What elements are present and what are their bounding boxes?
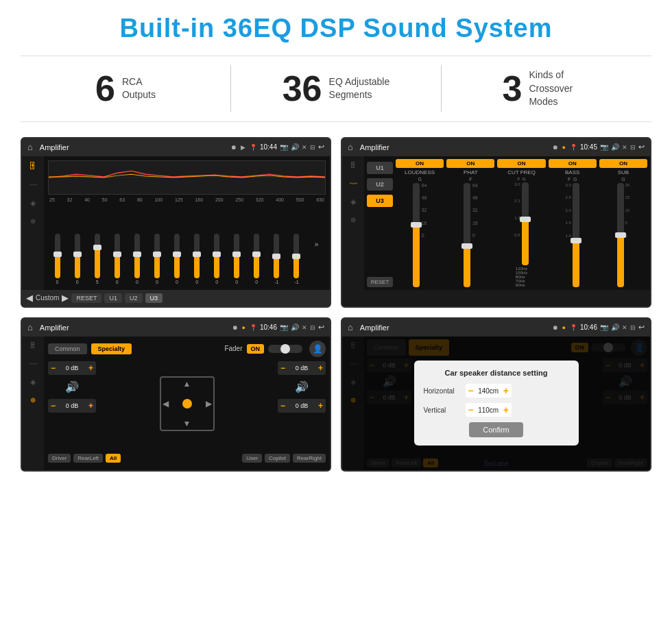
- sub-val-labels: 20151050: [625, 183, 630, 238]
- preset-u3[interactable]: U3: [367, 195, 393, 207]
- preset-u1[interactable]: U1: [367, 162, 393, 174]
- loudness-on-btn[interactable]: ON: [396, 159, 444, 168]
- dialog-back-icon[interactable]: ↩: [638, 323, 645, 332]
- channel-sub: ON SUB G 20151050: [599, 159, 647, 287]
- preset-u2[interactable]: U2: [367, 178, 393, 191]
- user-profile-icon[interactable]: 👤: [309, 341, 326, 357]
- db-minus-br[interactable]: −: [280, 401, 285, 411]
- eq-slider-more[interactable]: »: [307, 241, 326, 248]
- db-plus-tl[interactable]: +: [88, 363, 93, 373]
- crossover-wave-icon[interactable]: 〰: [350, 180, 357, 188]
- eq-prev-btn[interactable]: ◀: [26, 293, 33, 303]
- eq-u3-btn[interactable]: U3: [145, 293, 163, 303]
- eq-slider-0[interactable]: 0: [48, 234, 67, 284]
- eq-slider-5[interactable]: 0: [147, 234, 166, 284]
- eq-slider-7[interactable]: 0: [188, 234, 206, 284]
- fader-dot-icon: ●: [242, 324, 245, 331]
- channel-bass: ON BASS F G 3.02.52.01.51.0: [549, 159, 597, 287]
- vertical-plus-btn[interactable]: +: [503, 404, 509, 415]
- db-minus-bl[interactable]: −: [51, 401, 56, 411]
- phat-on-btn[interactable]: ON: [446, 159, 494, 168]
- eq-back-icon[interactable]: ↩: [318, 143, 324, 151]
- dialog-box: Car speaker distance setting Horizontal …: [414, 361, 579, 446]
- db-control-top-right: − 0 dB +: [278, 361, 326, 375]
- eq-reset-btn[interactable]: RESET: [71, 293, 101, 303]
- crossover-icon[interactable]: ⊕: [30, 217, 36, 225]
- loudness-slider[interactable]: [413, 183, 420, 287]
- cutfreq-slider[interactable]: [522, 182, 529, 265]
- db-plus-bl[interactable]: +: [88, 401, 93, 411]
- horizontal-plus-btn[interactable]: +: [503, 385, 509, 396]
- fader-label: Fader: [224, 345, 242, 352]
- fader-spk-icon[interactable]: ◈: [30, 378, 36, 387]
- vertical-minus-btn[interactable]: −: [468, 404, 474, 415]
- loudness-label: LOUDNESS: [405, 169, 435, 175]
- zone-rearright-btn[interactable]: RearRight: [293, 454, 326, 463]
- eq-slider-3[interactable]: 0: [108, 234, 126, 284]
- fader-wave-icon[interactable]: 〰: [29, 360, 37, 368]
- eq-slider-9[interactable]: 0: [228, 234, 246, 284]
- eq-icon[interactable]: 🎚: [28, 160, 38, 171]
- sub-on-btn[interactable]: ON: [599, 159, 647, 168]
- db-minus-tl[interactable]: −: [51, 363, 56, 373]
- zone-all-btn[interactable]: All: [106, 454, 121, 463]
- confirm-button[interactable]: Confirm: [469, 422, 523, 437]
- fader-back-icon[interactable]: ↩: [318, 323, 324, 332]
- eq-slider-6[interactable]: 0: [167, 234, 186, 284]
- eq-header-icons: 📍 10:44 📷 🔊 ✕ ⊟ ↩: [250, 143, 324, 151]
- fader-common-tab[interactable]: Common: [48, 343, 87, 354]
- fader-specialty-tab[interactable]: Specialty: [91, 343, 132, 354]
- crossover-camera-icon: 📷: [600, 143, 608, 151]
- zone-copilot-btn[interactable]: Copilot: [265, 454, 290, 463]
- bass-slider[interactable]: [573, 183, 579, 287]
- db-plus-tr[interactable]: +: [318, 363, 323, 373]
- eq-graph: [48, 160, 326, 195]
- fader-joystick[interactable]: ▲ ▼ ◀ ▶: [160, 376, 215, 431]
- cutfreq-on-btn[interactable]: ON: [497, 159, 545, 168]
- home-icon[interactable]: ⌂: [27, 142, 33, 152]
- eq-screen-icon: ⊟: [310, 144, 315, 151]
- fader-slider[interactable]: [268, 345, 302, 353]
- speaker-icon[interactable]: ◈: [30, 199, 36, 208]
- crossover-home-icon[interactable]: ⌂: [348, 142, 353, 152]
- zone-rearleft-btn[interactable]: RearLeft: [73, 454, 103, 463]
- fader-on-btn[interactable]: ON: [247, 344, 265, 354]
- fader-eq-icon[interactable]: 🎚: [29, 341, 37, 350]
- fader-cross-icon[interactable]: ⊕: [30, 396, 36, 404]
- eq-slider-1[interactable]: 0: [68, 234, 86, 284]
- eq-u1-btn[interactable]: U1: [104, 293, 122, 303]
- eq-u2-btn[interactable]: U2: [125, 293, 143, 303]
- crossover-reset-btn[interactable]: RESET: [367, 277, 393, 287]
- eq-next-btn[interactable]: ▶: [62, 293, 69, 303]
- crossover-screen-wrapper: ⌂ Amplifier ⏺ ● 📍 10:45 📷 🔊 ✕ ⊟ ↩ 🎚 〰: [341, 137, 651, 308]
- phat-label: PHAT: [464, 169, 478, 175]
- dialog-dot-icon: ●: [562, 324, 566, 331]
- page-container: Built-in 36EQ DSP Sound System 6 RCA Out…: [0, 0, 672, 634]
- crossover-spk-icon[interactable]: ◈: [350, 197, 356, 206]
- crossover-back-icon[interactable]: ↩: [638, 143, 645, 151]
- sub-slider[interactable]: [617, 183, 624, 287]
- dialog-screen-header: ⌂ Amplifier ⏺ ● 📍 10:46 📷 🔊 ✕ ⊟ ↩: [342, 319, 650, 337]
- zone-driver-btn[interactable]: Driver: [48, 454, 71, 463]
- waveform-icon[interactable]: 〰: [29, 181, 37, 189]
- zone-user-btn[interactable]: User: [242, 454, 262, 463]
- crossover-screen-header: ⌂ Amplifier ⏺ ● 📍 10:45 📷 🔊 ✕ ⊟ ↩: [342, 138, 650, 156]
- crossover-presets: U1 U2 U3 RESET: [367, 159, 393, 287]
- dialog-title: Car speaker distance setting: [424, 369, 569, 377]
- eq-slider-8[interactable]: 0: [208, 234, 226, 284]
- eq-slider-2[interactable]: 5: [88, 234, 106, 284]
- eq-slider-10[interactable]: 0: [248, 234, 266, 284]
- eq-slider-4[interactable]: 0: [128, 234, 146, 284]
- dialog-home-icon[interactable]: ⌂: [348, 322, 353, 332]
- crossover-eq-icon[interactable]: 🎚: [349, 160, 357, 170]
- horizontal-minus-btn[interactable]: −: [468, 385, 474, 396]
- eq-slider-12[interactable]: -1: [287, 234, 306, 284]
- phat-slider[interactable]: [464, 183, 470, 287]
- fader-home-icon[interactable]: ⌂: [27, 322, 33, 332]
- db-minus-tr[interactable]: −: [280, 363, 285, 373]
- eq-slider-11[interactable]: -1: [267, 234, 286, 284]
- crossover-cross-icon[interactable]: ⊕: [350, 216, 356, 223]
- bass-on-btn[interactable]: ON: [549, 159, 597, 168]
- db-plus-br[interactable]: +: [318, 401, 323, 411]
- eq-close-icon: ✕: [302, 144, 307, 151]
